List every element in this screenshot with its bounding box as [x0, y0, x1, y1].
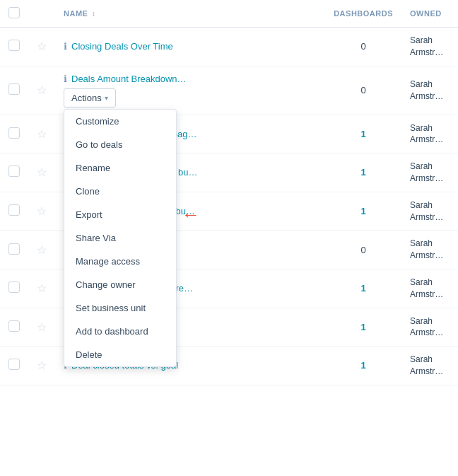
dropdown-item-change-owner[interactable]: Change owner	[64, 273, 176, 296]
row-dashboards-cell[interactable]: 1	[325, 192, 401, 231]
dashboards-count: 1	[360, 322, 365, 332]
dropdown-item-export[interactable]: Export←	[64, 203, 176, 226]
dropdown-item-label-set-business-unit: Set business unit	[76, 303, 146, 313]
row-star-cell: ☆	[28, 347, 55, 385]
dropdown-item-set-business-unit[interactable]: Set business unit	[64, 296, 176, 320]
row-checkbox-cell	[0, 308, 28, 347]
dashboards-count: 1	[360, 167, 365, 178]
row-dashboards-cell[interactable]: 1	[325, 347, 401, 385]
star-icon[interactable]: ☆	[37, 166, 47, 178]
row-dashboards-cell[interactable]: 1	[325, 269, 401, 308]
star-icon[interactable]: ☆	[37, 282, 47, 294]
row-dashboards-cell[interactable]: 1	[325, 153, 401, 192]
dashboards-count: 0	[360, 41, 365, 52]
dropdown-item-label-share-via: Share Via	[76, 233, 116, 243]
owner-name: Sarah Armstr…	[410, 79, 443, 101]
row-owner-cell: Sarah Armstr…	[401, 231, 458, 269]
row-checkbox[interactable]	[8, 166, 20, 177]
row-star-cell: ☆	[28, 66, 55, 115]
owner-name: Sarah Armstr…	[410, 123, 443, 145]
dropdown-item-label-manage-access: Manage access	[76, 256, 140, 267]
col-header-name[interactable]: NAME ↕	[55, 0, 325, 28]
dropdown-item-label-go-to-deals: Go to deals	[76, 139, 123, 150]
star-icon[interactable]: ☆	[37, 321, 47, 333]
row-star-cell: ☆	[28, 308, 55, 347]
col-header-dashboards: DASHBOARDS	[325, 0, 401, 28]
row-name-cell: ℹClosing Deals Over Time	[55, 28, 325, 66]
select-all-checkbox[interactable]	[8, 7, 20, 18]
col-header-check[interactable]	[0, 0, 28, 28]
dropdown-item-label-customize: Customize	[76, 116, 119, 127]
row-checkbox-cell	[0, 269, 28, 308]
row-checkbox[interactable]	[8, 40, 20, 51]
row-checkbox[interactable]	[8, 243, 20, 255]
row-checkbox[interactable]	[8, 204, 20, 216]
row-checkbox-cell	[0, 115, 28, 153]
row-owner-cell: Sarah Armstr…	[401, 347, 458, 385]
dashboards-count: 0	[360, 85, 365, 95]
star-icon[interactable]: ☆	[37, 359, 47, 371]
row-checkbox[interactable]	[8, 127, 20, 139]
row-checkbox[interactable]	[8, 320, 20, 332]
info-icon[interactable]: ℹ	[64, 41, 67, 52]
report-cell: ℹDeals Amount Breakdown…	[64, 74, 317, 84]
row-name-cell: ℹDeals Amount Breakdown…Actions▾Customiz…	[55, 66, 325, 115]
dashboards-count: 1	[360, 283, 365, 294]
row-checkbox-cell	[0, 231, 28, 269]
row-dashboards-cell[interactable]: 1	[325, 115, 401, 153]
row-dashboards-cell[interactable]: 1	[325, 308, 401, 347]
row-star-cell: ☆	[28, 192, 55, 231]
actions-button-label: Actions	[71, 93, 102, 103]
dropdown-item-customize[interactable]: Customize	[64, 110, 176, 133]
owner-name: Sarah Armstr…	[410, 35, 443, 57]
row-checkbox[interactable]	[8, 83, 20, 95]
dashboards-count: 1	[360, 129, 365, 139]
reports-table-container: NAME ↕ DASHBOARDS OWNED ☆ℹClosing Deals …	[0, 0, 458, 385]
dropdown-item-go-to-deals[interactable]: Go to deals	[64, 133, 176, 156]
star-icon[interactable]: ☆	[37, 205, 47, 217]
reports-table: NAME ↕ DASHBOARDS OWNED ☆ℹClosing Deals …	[0, 0, 458, 385]
info-icon[interactable]: ℹ	[64, 74, 67, 84]
row-owner-cell: Sarah Armstr…	[401, 66, 458, 115]
report-cell: ℹClosing Deals Over Time	[64, 41, 317, 52]
dropdown-item-manage-access[interactable]: Manage access	[64, 250, 176, 273]
star-icon[interactable]: ☆	[37, 128, 47, 140]
row-owner-cell: Sarah Armstr…	[401, 269, 458, 308]
name-sort-icon[interactable]: ↕	[92, 10, 96, 18]
dropdown-item-clone[interactable]: Clone	[64, 180, 176, 203]
dashboards-count: 0	[360, 245, 365, 255]
dropdown-item-label-clone: Clone	[76, 186, 100, 197]
row-checkbox-cell	[0, 153, 28, 192]
dashboards-count: 1	[360, 206, 365, 216]
owner-name: Sarah Armstr…	[410, 238, 443, 260]
actions-button[interactable]: Actions▾	[64, 88, 116, 108]
row-checkbox[interactable]	[8, 359, 20, 370]
dropdown-item-add-to-dashboard[interactable]: Add to dashboard	[64, 320, 176, 343]
star-icon[interactable]: ☆	[37, 244, 47, 256]
row-dashboards-cell: 0	[325, 231, 401, 269]
table-header-row: NAME ↕ DASHBOARDS OWNED	[0, 0, 458, 28]
owner-name: Sarah Armstr…	[410, 200, 443, 222]
report-name-link[interactable]: Closing Deals Over Time	[71, 41, 173, 52]
owner-name: Sarah Armstr…	[410, 161, 443, 183]
table-row: ☆ℹClosing Deals Over Time0Sarah Armstr…	[0, 28, 458, 66]
row-checkbox-cell	[0, 347, 28, 385]
row-star-cell: ☆	[28, 153, 55, 192]
report-name-link[interactable]: Deals Amount Breakdown…	[71, 74, 187, 84]
row-checkbox[interactable]	[8, 281, 20, 293]
owner-name: Sarah Armstr…	[410, 354, 443, 376]
star-icon[interactable]: ☆	[37, 84, 47, 96]
col-header-star	[28, 0, 55, 28]
dropdown-item-share-via[interactable]: Share Via	[64, 226, 176, 250]
dropdown-item-delete[interactable]: Delete	[64, 343, 176, 366]
row-star-cell: ☆	[28, 115, 55, 153]
star-icon[interactable]: ☆	[37, 40, 47, 52]
row-star-cell: ☆	[28, 28, 55, 66]
dropdown-item-rename[interactable]: Rename	[64, 156, 176, 180]
table-body: ☆ℹClosing Deals Over Time0Sarah Armstr…☆…	[0, 28, 458, 385]
actions-dropdown-wrapper: Actions▾CustomizeGo to dealsRenameCloneE…	[64, 88, 116, 108]
row-checkbox-cell	[0, 28, 28, 66]
actions-caret-icon: ▾	[105, 94, 108, 102]
col-header-owned: OWNED	[401, 0, 458, 28]
table-row: ☆ℹDeals Amount Breakdown…Actions▾Customi…	[0, 66, 458, 115]
